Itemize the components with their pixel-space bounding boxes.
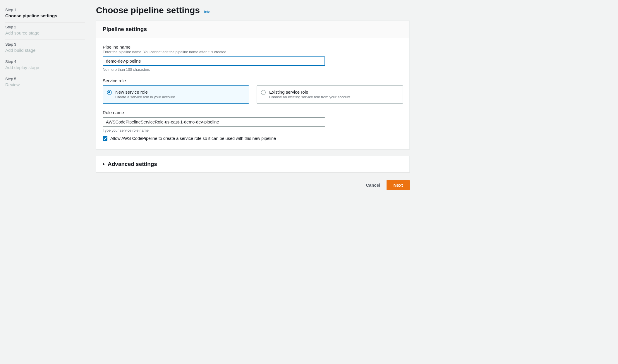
caret-right-icon — [103, 163, 105, 166]
allow-create-role-label: Allow AWS CodePipeline to create a servi… — [110, 135, 276, 142]
step-title: Review — [5, 82, 85, 87]
service-role-group: Service role New service role Create a s… — [103, 78, 403, 104]
step-title: Add deploy stage — [5, 65, 85, 70]
pipeline-settings-panel: Pipeline settings Pipeline name Enter th… — [96, 20, 410, 150]
pipeline-name-hint: No more than 100 characters — [103, 68, 403, 72]
step-4[interactable]: Step 4 Add deploy stage — [5, 57, 85, 74]
wizard-steps: Step 1 Choose pipeline settings Step 2 A… — [0, 0, 88, 364]
page-header: Choose pipeline settings Info — [96, 5, 410, 15]
panel-header: Pipeline settings — [96, 21, 409, 38]
step-number: Step 1 — [5, 8, 85, 12]
info-link[interactable]: Info — [204, 10, 210, 14]
advanced-settings-title: Advanced settings — [108, 161, 157, 167]
radio-icon — [107, 90, 112, 95]
service-role-tiles: New service role Create a service role i… — [103, 85, 403, 104]
pipeline-name-label: Pipeline name — [103, 44, 403, 49]
allow-create-role-row[interactable]: Allow AWS CodePipeline to create a servi… — [103, 135, 403, 142]
radio-icon — [261, 90, 266, 95]
step-title: Add build stage — [5, 48, 85, 53]
step-title: Add source stage — [5, 30, 85, 35]
page-title: Choose pipeline settings — [96, 5, 200, 15]
pipeline-name-desc: Enter the pipeline name. You cannot edit… — [103, 50, 403, 54]
panel-title: Pipeline settings — [103, 26, 403, 32]
step-number: Step 2 — [5, 25, 85, 29]
service-role-label: Service role — [103, 78, 403, 83]
role-name-label: Role name — [103, 110, 403, 115]
role-name-hint: Type your service role name — [103, 128, 403, 133]
tile-desc: Choose an existing service role from you… — [269, 95, 350, 99]
step-number: Step 3 — [5, 42, 85, 47]
step-1[interactable]: Step 1 Choose pipeline settings — [5, 5, 85, 23]
new-service-role-tile[interactable]: New service role Create a service role i… — [103, 85, 249, 104]
step-5[interactable]: Step 5 Review — [5, 74, 85, 91]
footer-actions: Cancel Next — [96, 180, 410, 190]
tile-desc: Create a service role in your account — [115, 95, 175, 99]
role-name-input[interactable] — [103, 117, 325, 127]
next-button[interactable]: Next — [387, 180, 410, 190]
pipeline-name-group: Pipeline name Enter the pipeline name. Y… — [103, 44, 403, 72]
main-content: Choose pipeline settings Info Pipeline s… — [88, 0, 413, 364]
step-number: Step 5 — [5, 77, 85, 81]
step-title: Choose pipeline settings — [5, 13, 85, 18]
step-number: Step 4 — [5, 59, 85, 64]
panel-body: Pipeline name Enter the pipeline name. Y… — [96, 38, 409, 149]
tile-title: Existing service role — [269, 90, 350, 95]
advanced-settings-panel[interactable]: Advanced settings — [96, 156, 410, 172]
tile-title: New service role — [115, 90, 175, 95]
checkbox-checked-icon[interactable] — [103, 136, 107, 141]
existing-service-role-tile[interactable]: Existing service role Choose an existing… — [257, 85, 403, 104]
step-3[interactable]: Step 3 Add build stage — [5, 40, 85, 57]
pipeline-name-input[interactable] — [103, 56, 325, 66]
cancel-button[interactable]: Cancel — [365, 180, 381, 190]
role-name-group: Role name Type your service role name Al… — [103, 110, 403, 142]
step-2[interactable]: Step 2 Add source stage — [5, 23, 85, 40]
